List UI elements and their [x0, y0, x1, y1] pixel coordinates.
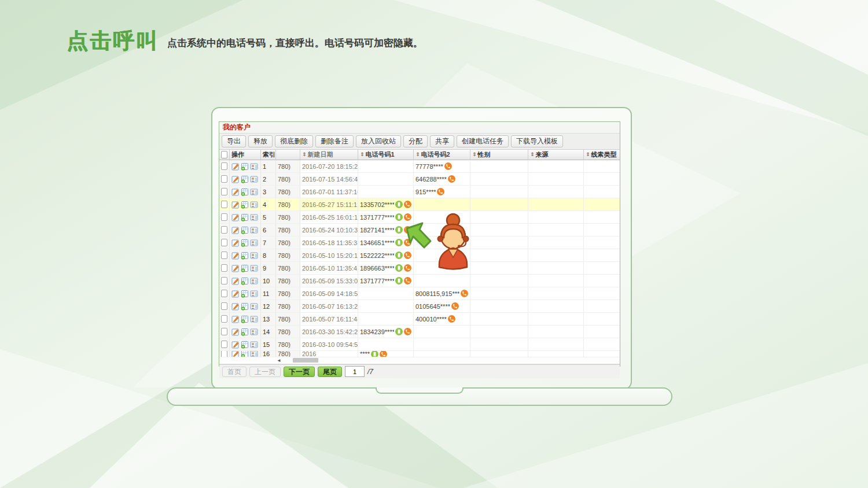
add-record-icon[interactable] — [241, 252, 249, 260]
add-record-icon[interactable] — [241, 302, 249, 310]
phone-call-icon[interactable] — [404, 328, 411, 335]
contact-card-icon[interactable] — [250, 341, 258, 349]
phone1-number[interactable]: 1346651**** — [360, 239, 394, 246]
contact-card-icon[interactable] — [250, 239, 258, 247]
mobile-call-icon[interactable] — [395, 213, 403, 221]
phone-call-icon[interactable] — [461, 290, 468, 297]
horizontal-scrollbar[interactable]: ◄ — [219, 357, 620, 364]
phone-call-icon[interactable] — [380, 351, 387, 357]
add-record-icon[interactable] — [241, 226, 249, 234]
phone1-number[interactable]: 1834239**** — [360, 328, 394, 335]
mobile-call-icon[interactable] — [395, 264, 403, 272]
phone-call-icon[interactable] — [437, 188, 444, 195]
row-checkbox[interactable] — [221, 328, 227, 335]
table-row[interactable]: 15 780) 2016-03-10 09:54:58 — [219, 338, 620, 351]
edit-icon[interactable] — [231, 213, 240, 221]
phone2-number[interactable]: 915**** — [415, 188, 436, 195]
phone-call-icon[interactable] — [451, 302, 459, 310]
column-header[interactable]: ⇕ 电话号码1 — [358, 150, 414, 160]
column-header[interactable]: ⇕ 电话号码2 — [414, 150, 470, 160]
edit-icon[interactable] — [231, 315, 240, 323]
edit-icon[interactable] — [231, 264, 240, 272]
table-row[interactable]: 2 780) 2016-07-15 14:56:45 646288**** — [219, 173, 620, 186]
contact-card-icon[interactable] — [250, 328, 258, 336]
table-row[interactable]: 11 780) 2016-05-09 14:18:53 8008115,915*… — [219, 287, 620, 300]
row-checkbox[interactable] — [221, 162, 227, 170]
next-page-button[interactable]: 下一页 — [284, 367, 315, 377]
toolbar-button[interactable]: 创建电话任务 — [457, 135, 509, 147]
toolbar-button[interactable]: 放入回收站 — [356, 135, 401, 147]
phone1-number[interactable]: 1827141**** — [360, 227, 394, 234]
add-record-icon[interactable] — [241, 264, 249, 272]
row-checkbox[interactable] — [221, 264, 227, 272]
first-page-button[interactable]: 首页 — [222, 367, 247, 377]
add-record-icon[interactable] — [241, 162, 249, 171]
column-header[interactable]: ⇕ 来源 — [528, 150, 584, 160]
column-header[interactable]: 索引 — [261, 150, 276, 160]
sort-icon[interactable]: ⇕ — [415, 152, 420, 157]
phone-call-icon[interactable] — [448, 315, 455, 323]
toolbar-button[interactable]: 删除备注 — [315, 135, 354, 147]
add-record-icon[interactable] — [241, 188, 249, 196]
row-checkbox[interactable] — [221, 188, 227, 195]
sort-icon[interactable]: ⇕ — [530, 152, 535, 157]
row-checkbox[interactable] — [221, 239, 227, 246]
sort-icon[interactable]: ⇕ — [302, 152, 307, 157]
sort-icon[interactable]: ⇕ — [360, 152, 365, 157]
prev-page-button[interactable]: 上一页 — [249, 367, 281, 377]
table-row[interactable]: 3 780) 2016-07-01 11:37:10 915**** — [219, 186, 620, 198]
mobile-call-icon[interactable] — [395, 201, 403, 208]
mobile-call-icon[interactable] — [395, 252, 403, 259]
sort-icon[interactable]: ⇕ — [472, 152, 477, 157]
phone2-number[interactable]: 646288**** — [415, 176, 447, 183]
row-checkbox[interactable] — [221, 351, 227, 357]
contact-card-icon[interactable] — [250, 351, 258, 357]
mobile-call-icon[interactable] — [395, 226, 403, 234]
toolbar-button[interactable]: 释放 — [248, 135, 273, 147]
select-all-checkbox[interactable] — [221, 151, 227, 158]
mobile-call-icon[interactable] — [395, 328, 403, 335]
phone2-number[interactable]: 8008115,915**** — [415, 290, 459, 297]
add-record-icon[interactable] — [241, 213, 249, 221]
phone-call-icon[interactable] — [444, 162, 452, 170]
add-record-icon[interactable] — [241, 201, 249, 209]
edit-icon[interactable] — [231, 188, 240, 196]
contact-card-icon[interactable] — [250, 226, 258, 234]
phone1-number[interactable]: **** — [360, 351, 370, 357]
edit-icon[interactable] — [231, 162, 240, 171]
table-row[interactable]: 4 780) 2016-05-27 15:11:12 1335702**** — [219, 198, 620, 211]
edit-icon[interactable] — [231, 201, 240, 209]
column-header[interactable]: ⇕ 性别 — [470, 150, 528, 160]
row-checkbox[interactable] — [221, 277, 227, 284]
mobile-call-icon[interactable] — [395, 277, 403, 284]
phone1-number[interactable]: 1522222**** — [360, 252, 394, 259]
row-checkbox[interactable] — [221, 201, 227, 208]
table-row[interactable]: 1 780) 2016-07-20 18:15:22 77778**** — [219, 160, 620, 173]
toolbar-button[interactable]: 分配 — [403, 135, 428, 147]
phone2-number[interactable]: 400010**** — [415, 316, 447, 323]
contact-card-icon[interactable] — [250, 175, 258, 183]
add-record-icon[interactable] — [241, 328, 249, 336]
contact-card-icon[interactable] — [250, 213, 258, 221]
row-checkbox[interactable] — [221, 341, 227, 348]
toolbar-button[interactable]: 导出 — [222, 135, 246, 147]
toolbar-button[interactable]: 下载导入模板 — [511, 135, 563, 147]
column-header[interactable]: ⇕ 新建日期 — [300, 150, 358, 160]
edit-icon[interactable] — [231, 277, 240, 285]
sort-icon[interactable]: ⇕ — [586, 152, 590, 157]
add-record-icon[interactable] — [241, 315, 249, 323]
row-checkbox[interactable] — [221, 315, 227, 323]
phone2-number[interactable]: 0105645**** — [415, 303, 450, 310]
edit-icon[interactable] — [231, 252, 240, 260]
row-checkbox[interactable] — [221, 302, 227, 310]
contact-card-icon[interactable] — [250, 315, 258, 323]
phone-call-icon[interactable] — [404, 277, 411, 284]
phone1-number[interactable]: 1371777**** — [360, 278, 394, 284]
scrollbar-thumb[interactable] — [293, 358, 318, 363]
contact-card-icon[interactable] — [250, 290, 258, 298]
contact-card-icon[interactable] — [250, 201, 258, 209]
column-header[interactable]: ⇕ 线索类型 — [584, 150, 620, 160]
edit-icon[interactable] — [231, 351, 240, 357]
add-record-icon[interactable] — [241, 277, 249, 285]
phone1-number[interactable]: 1371777**** — [360, 214, 394, 221]
